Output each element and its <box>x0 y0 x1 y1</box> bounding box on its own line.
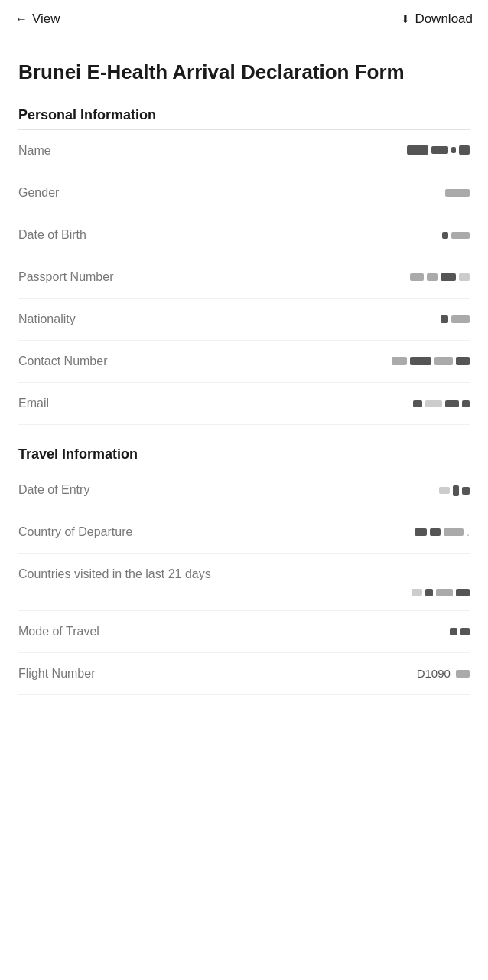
contact-value <box>392 354 470 368</box>
redacted-block <box>456 670 470 678</box>
redacted-block <box>459 273 470 281</box>
date-of-entry-redacted <box>439 485 470 496</box>
nationality-field-row: Nationality <box>18 299 470 341</box>
countries-visited-label: Countries visited in the last 21 days <box>18 567 470 581</box>
redacted-block <box>431 146 448 154</box>
redacted-block <box>462 487 470 495</box>
redacted-block <box>456 589 470 596</box>
country-of-departure-value: . <box>415 525 470 538</box>
name-redacted <box>407 145 470 155</box>
travel-section-header: Travel Information <box>18 446 470 462</box>
name-label: Name <box>18 144 51 158</box>
redacted-block <box>413 400 422 407</box>
flight-number-value: D1090 <box>417 667 470 680</box>
flight-number-label: Flight Number <box>18 667 95 681</box>
countries-visited-field-row: Countries visited in the last 21 days <box>18 554 470 611</box>
redacted-block <box>434 357 453 365</box>
gender-field-row: Gender <box>18 172 470 214</box>
redacted-block <box>444 528 464 536</box>
form-title: Brunei E-Health Arrival Declaration Form <box>18 60 470 86</box>
gender-value <box>445 186 470 199</box>
travel-information-section: Travel Information Date of Entry Country… <box>18 446 470 695</box>
form-content: Brunei E-Health Arrival Declaration Form… <box>0 38 488 717</box>
country-of-departure-field-row: Country of Departure . <box>18 511 470 554</box>
mode-of-travel-field-row: Mode of Travel <box>18 611 470 653</box>
redacted-block <box>456 357 470 365</box>
dob-redacted <box>442 232 470 239</box>
personal-information-section: Personal Information Name Gender <box>18 107 470 425</box>
country-of-departure-label: Country of Departure <box>18 525 132 539</box>
date-of-entry-label: Date of Entry <box>18 483 89 497</box>
passport-value <box>410 270 470 283</box>
redacted-block <box>462 400 470 407</box>
contact-redacted <box>392 357 470 365</box>
date-of-entry-field-row: Date of Entry <box>18 469 470 511</box>
passport-label: Passport Number <box>18 270 114 284</box>
flight-number-redacted <box>456 670 470 678</box>
flight-number-partial: D1090 <box>417 667 451 680</box>
redacted-block <box>410 357 431 365</box>
redacted-block <box>430 528 441 536</box>
date-of-entry-value <box>439 483 470 496</box>
redacted-block <box>425 400 442 407</box>
redacted-block <box>436 589 453 596</box>
nationality-redacted <box>441 315 470 323</box>
passport-field-row: Passport Number <box>18 256 470 299</box>
dob-label: Date of Birth <box>18 228 86 242</box>
gender-redacted <box>445 189 470 197</box>
nationality-label: Nationality <box>18 312 76 326</box>
redacted-block <box>415 528 427 536</box>
back-arrow-icon: ← <box>15 12 28 26</box>
redacted-block <box>407 145 428 155</box>
passport-redacted <box>410 273 470 281</box>
redacted-block <box>439 487 450 494</box>
email-redacted <box>413 400 470 407</box>
redacted-block <box>427 273 438 281</box>
redacted-block <box>442 232 448 239</box>
personal-section-header: Personal Information <box>18 107 470 123</box>
redacted-block <box>392 357 407 365</box>
redacted-block <box>453 485 459 496</box>
redacted-block <box>460 628 470 635</box>
download-button[interactable]: ⬇ Download <box>401 11 473 27</box>
dob-field-row: Date of Birth <box>18 214 470 256</box>
mode-of-travel-value <box>450 625 470 638</box>
redacted-block <box>410 273 424 281</box>
name-value <box>407 144 470 157</box>
dob-value <box>442 228 470 241</box>
redacted-block <box>425 589 433 596</box>
redacted-block <box>445 400 459 407</box>
email-label: Email <box>18 397 49 410</box>
countries-visited-redacted <box>412 589 470 596</box>
redacted-block <box>441 315 448 323</box>
back-label[interactable]: View <box>32 11 60 27</box>
top-navigation: ← View ⬇ Download <box>0 0 488 38</box>
flight-number-field-row: Flight Number D1090 <box>18 653 470 695</box>
email-value <box>413 397 470 410</box>
redacted-block: . <box>467 526 470 538</box>
redacted-block <box>450 628 457 635</box>
download-label: Download <box>415 11 473 27</box>
contact-field-row: Contact Number <box>18 341 470 383</box>
gender-label: Gender <box>18 186 59 200</box>
redacted-block <box>451 232 470 239</box>
redacted-block <box>412 589 422 596</box>
countries-visited-value-row <box>18 589 470 596</box>
contact-label: Contact Number <box>18 354 108 368</box>
redacted-block <box>459 145 470 155</box>
email-field-row: Email <box>18 383 470 425</box>
redacted-block <box>451 315 470 323</box>
nationality-value <box>441 312 470 325</box>
country-of-departure-redacted: . <box>415 526 470 538</box>
redacted-block <box>441 273 456 281</box>
mode-of-travel-redacted <box>450 628 470 635</box>
name-field-row: Name <box>18 130 470 172</box>
back-button[interactable]: ← View <box>15 11 60 27</box>
download-icon: ⬇ <box>401 13 410 25</box>
redacted-block <box>451 147 456 153</box>
redacted-block <box>445 189 470 197</box>
mode-of-travel-label: Mode of Travel <box>18 625 99 639</box>
